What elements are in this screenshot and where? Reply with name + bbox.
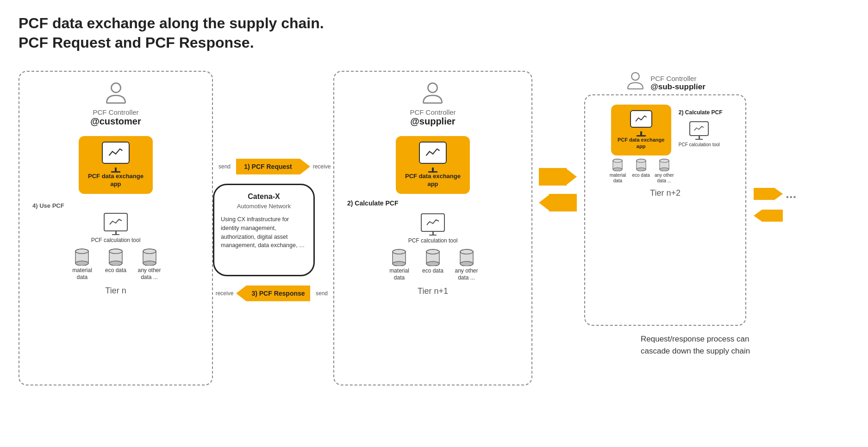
send-left-label: send [213, 163, 236, 170]
small-left-arrow-tip [754, 210, 762, 222]
page-container: PCF data exchange along the supply chain… [19, 14, 849, 385]
supplier-monitor-stand [432, 168, 434, 171]
supplier-calc-chart [426, 217, 440, 228]
supplier-material-cylinder [391, 248, 407, 266]
sub-supplier-material-cyl [612, 158, 624, 173]
tier-n2-inner: PCF data exchange app [608, 105, 722, 184]
dots-text: ... [786, 186, 796, 201]
svg-point-36 [460, 261, 473, 266]
use-pcf-label: 4) Use PCF [32, 202, 204, 209]
sub-supplier-controller-label: PCF Controller [650, 74, 706, 82]
sub-supplier-eco-svg [635, 158, 647, 171]
sub-supplier-person-icon [625, 71, 646, 92]
customer-chart-icon [107, 146, 124, 159]
tier-n-label: Tier n [105, 286, 126, 296]
customer-eco-cylinder [107, 248, 124, 266]
supplier-controller-label: PCF Controller [410, 108, 456, 116]
svg-point-4 [75, 261, 88, 266]
pcf-request-arrow-tip [300, 159, 310, 174]
supplier-eco-cylinder [425, 248, 441, 266]
title-line2: PCF Request and PCF Response. [19, 33, 849, 53]
supplier-chart-icon [425, 146, 441, 159]
sub-supplier-other-svg [658, 158, 670, 171]
customer-calc-label: PCF calculation tool [91, 237, 141, 244]
customer-material-data: material data [69, 248, 95, 281]
supplier-eco-label: eco data [422, 267, 443, 275]
svg-point-20 [428, 83, 437, 93]
customer-data-group: material data [69, 248, 162, 281]
supplier-other-cyl-svg [458, 248, 475, 266]
small-right-arrow-body [754, 188, 774, 200]
svg-point-44 [613, 168, 622, 171]
right-area: PCF Controller @sub-supplier [539, 71, 796, 357]
big-right-arrow [539, 168, 577, 186]
supplier-other-data: any other data ... [454, 248, 479, 282]
tier-n2-right: 2) Calculate PCF PCF cal [679, 105, 723, 148]
supplier-calc-tool: PCF calculation tool [408, 213, 458, 245]
big-right-arrow-body [539, 168, 567, 186]
receive-right-label: receive [310, 163, 333, 170]
sub-supplier-app-box: PCF data exchange app [611, 105, 671, 155]
tier-n2-box: PCF data exchange app [584, 94, 746, 326]
supplier-material-data: material data [387, 248, 412, 282]
pcf-response-row: receive 3) PCF Response send [213, 286, 333, 301]
sub-supplier-other-label: any other data ... [655, 173, 674, 184]
svg-point-16 [143, 261, 156, 266]
supplier-app-box: PCF data exchange app [396, 136, 470, 194]
customer-app-box: PCF data exchange app [79, 136, 153, 194]
supplier-other-label: any other data ... [454, 267, 479, 282]
catena-title: Catena-X [248, 192, 280, 201]
sub-supplier-eco: eco data [632, 158, 649, 184]
supplier-app-monitor-icon [419, 142, 447, 164]
supplier-controller: PCF Controller @supplier [410, 81, 456, 127]
sub-supplier-app-label: PCF data exchange app [615, 137, 668, 150]
supplier-calc-label: 2) Calculate PCF [347, 199, 523, 207]
small-right-arrow-tip [774, 188, 783, 200]
customer-calc-base [112, 234, 119, 235]
sub-supplier-material-svg [612, 158, 624, 171]
customer-other-cylinder [141, 248, 158, 266]
supplier-calc-monitor [421, 213, 445, 232]
customer-app-label: PCF data exchange app [82, 173, 149, 188]
sub-supplier-calc-base [695, 139, 703, 140]
svg-point-50 [637, 168, 646, 171]
big-right-arrow-tip [567, 169, 577, 185]
svg-point-24 [393, 261, 406, 266]
sub-supplier-controller: PCF Controller @sub-supplier [625, 71, 706, 92]
customer-eco-label: eco data [105, 267, 126, 274]
tier-n-box: PCF Controller @customer PCF data exchan… [19, 71, 213, 385]
customer-material-cyl-svg [74, 248, 90, 266]
customer-person-icon [103, 81, 129, 106]
main-title: PCF data exchange along the supply chain… [19, 14, 849, 52]
sub-supplier-eco-label: eco data [632, 173, 649, 178]
tier-n2-section: PCF Controller @sub-supplier [584, 71, 746, 326]
big-left-arrow [539, 194, 577, 211]
sub-supplier-calc-tool: PCF calculation tool [679, 121, 720, 148]
pcf-request-body: 1) PCF Request [236, 159, 300, 174]
customer-app-monitor-icon [102, 142, 130, 164]
tier-n1-label: Tier n+1 [418, 286, 448, 296]
big-left-arrow-body [549, 194, 577, 211]
supplier-calc-base [429, 235, 437, 236]
svg-point-30 [426, 261, 439, 266]
supplier-eco-data: eco data [422, 248, 443, 275]
pcf-arrows: send 1) PCF Request receive Catena-X Aut… [213, 159, 333, 301]
sub-supplier-calc-label: 2) Calculate PCF [679, 109, 723, 116]
big-left-arrow-tip [539, 195, 549, 211]
sub-supplier-calc-monitor [689, 121, 709, 136]
customer-controller: PCF Controller @customer [90, 81, 141, 127]
customer-calc-chart [109, 217, 123, 227]
pcf-request-label: 1) PCF Request [244, 163, 292, 170]
sub-supplier-calc-chart [693, 124, 705, 133]
supplier-calc-tool-label: PCF calculation tool [408, 237, 458, 245]
receive-left-label: receive [213, 290, 236, 297]
small-right-arrow-row: ... [754, 186, 796, 201]
tier-n2-label: Tier n+2 [650, 188, 681, 198]
big-arrows-col [539, 71, 577, 211]
customer-eco-cyl-svg [107, 248, 124, 266]
supplier-controller-name: @supplier [410, 116, 455, 127]
sub-supplier-eco-cyl [635, 158, 647, 173]
small-arrows-col: ... [754, 71, 796, 222]
tier-n1-box: PCF Controller @supplier PCF data exchan… [333, 71, 532, 385]
pcf-response-body: 3) PCF Response [246, 286, 310, 301]
